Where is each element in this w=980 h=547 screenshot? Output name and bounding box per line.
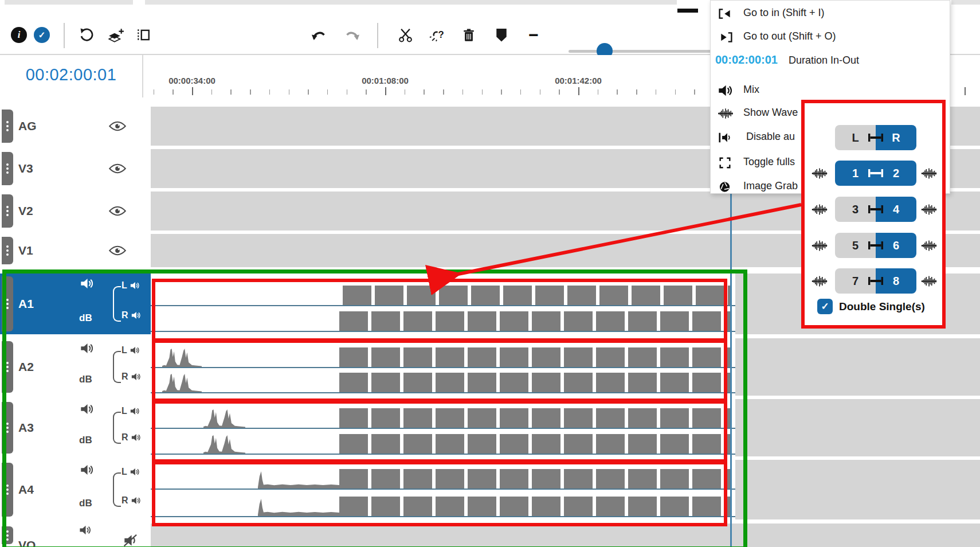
track-label: V1 bbox=[18, 244, 33, 257]
add-layer-icon bbox=[107, 28, 124, 42]
track-drag-handle[interactable] bbox=[2, 152, 13, 185]
track-drag-handle[interactable] bbox=[2, 194, 13, 228]
undo-button[interactable] bbox=[310, 16, 327, 54]
channel-button-right[interactable]: 4 bbox=[876, 197, 916, 222]
track-drag-handle[interactable] bbox=[2, 341, 13, 393]
channel-pair-pill: 1 2 bbox=[835, 161, 916, 186]
gain-db-button[interactable]: dB bbox=[79, 312, 92, 324]
svg-text:?: ? bbox=[438, 29, 444, 40]
waveform-burst-segment bbox=[203, 435, 245, 454]
channel-button-right[interactable]: 6 bbox=[876, 233, 916, 258]
waveform-lane-right bbox=[151, 497, 735, 516]
delete-button[interactable] bbox=[461, 16, 476, 54]
channel-button-right[interactable]: 8 bbox=[876, 268, 916, 294]
right-channel[interactable]: R bbox=[121, 310, 141, 321]
gain-db-button[interactable]: dB bbox=[79, 435, 92, 446]
menu-item-go-to-out[interactable]: Go to out (Shift + O) bbox=[711, 29, 950, 48]
speaker-icon[interactable] bbox=[80, 278, 94, 289]
eye-icon[interactable] bbox=[109, 121, 126, 131]
channel-button-left[interactable]: 3 bbox=[835, 197, 876, 222]
speaker-icon[interactable] bbox=[80, 464, 94, 475]
track-drag-handle[interactable] bbox=[2, 110, 13, 143]
channel-button-left[interactable]: 7 bbox=[835, 268, 876, 294]
track-drag-handle[interactable] bbox=[2, 237, 13, 264]
channel-button-left[interactable]: 5 bbox=[835, 233, 876, 258]
menu-item-mix[interactable]: Mix bbox=[711, 82, 950, 101]
speaker-icon[interactable] bbox=[80, 404, 94, 415]
audio-clip[interactable] bbox=[151, 399, 735, 456]
channel-label: R bbox=[121, 495, 128, 506]
menu-item-label: Go to in (Shift + I) bbox=[743, 7, 825, 19]
gain-db-button[interactable]: dB bbox=[79, 374, 92, 385]
add-layer-button[interactable] bbox=[107, 16, 125, 54]
eye-icon[interactable] bbox=[109, 163, 126, 174]
waveform-dense-segment bbox=[339, 311, 732, 331]
audio-clip[interactable] bbox=[151, 460, 735, 519]
left-channel[interactable]: L bbox=[121, 467, 140, 477]
channel-bracket bbox=[113, 412, 121, 444]
speaker-muted-icon[interactable] bbox=[124, 534, 139, 546]
channel-button-right[interactable]: 2 bbox=[876, 161, 916, 186]
confirm-button[interactable]: ✓ bbox=[33, 16, 50, 54]
marker-button[interactable] bbox=[494, 16, 509, 54]
minimize-icon[interactable] bbox=[677, 9, 698, 13]
waveform-lane-left bbox=[151, 286, 735, 305]
left-channel[interactable]: L bbox=[121, 406, 140, 416]
ruler-tick bbox=[694, 89, 695, 95]
ruler-tick bbox=[230, 89, 232, 95]
right-channel[interactable]: R bbox=[121, 432, 141, 443]
channel-button-left[interactable]: 1 bbox=[835, 161, 876, 186]
right-channel[interactable]: R bbox=[121, 372, 141, 382]
trim-button[interactable] bbox=[135, 16, 151, 54]
waveform-dense-segment bbox=[339, 373, 732, 392]
left-channel[interactable]: L bbox=[121, 345, 140, 355]
timecode-display: 00:02:00:01 bbox=[0, 65, 142, 84]
speaker-icon bbox=[718, 84, 733, 97]
timeline-area[interactable] bbox=[151, 523, 980, 547]
track-label: V2 bbox=[18, 204, 33, 218]
ruler-tick bbox=[347, 89, 348, 95]
eye-icon[interactable] bbox=[109, 206, 126, 216]
ruler-tick bbox=[211, 89, 213, 95]
gain-db-button[interactable]: dB bbox=[79, 498, 92, 509]
ruler-tick bbox=[462, 89, 464, 95]
channel-button-left[interactable]: L bbox=[835, 125, 876, 150]
trim-icon bbox=[136, 29, 151, 41]
right-channel[interactable]: R bbox=[121, 495, 141, 506]
ruler-tick bbox=[385, 87, 386, 95]
redo-button[interactable] bbox=[343, 16, 360, 54]
audio-channel-routing-panel: L R 1 2 3 4 bbox=[801, 100, 946, 329]
double-singles-checkbox[interactable]: ✓ bbox=[817, 299, 833, 314]
track-drag-handle[interactable] bbox=[2, 402, 13, 454]
waveform-icon bbox=[921, 168, 937, 179]
waveform-burst-segment bbox=[203, 409, 245, 428]
left-channel[interactable]: L bbox=[121, 280, 140, 291]
disable-audio-icon bbox=[718, 131, 733, 144]
reset-button[interactable] bbox=[78, 16, 95, 54]
cut-button[interactable] bbox=[397, 16, 414, 54]
speaker-icon[interactable] bbox=[79, 525, 92, 535]
channel-button-right[interactable]: R bbox=[876, 125, 916, 150]
audio-clip[interactable] bbox=[151, 338, 735, 396]
speaker-icon[interactable] bbox=[80, 343, 94, 354]
channel-pair-pill: 5 6 bbox=[835, 233, 916, 258]
audio-clip[interactable] bbox=[151, 274, 735, 334]
track-header: A3 dB L R bbox=[0, 399, 151, 456]
eye-icon[interactable] bbox=[109, 245, 126, 256]
track-label: V3 bbox=[18, 162, 33, 175]
menu-duration-row: 00:02:00:01 Duration In-Out bbox=[711, 53, 950, 71]
speaker-icon bbox=[131, 497, 141, 505]
track-drag-handle[interactable] bbox=[2, 276, 13, 331]
track-label: A4 bbox=[18, 483, 34, 497]
ruler-label: 00:01:42:00 bbox=[555, 76, 602, 85]
speaker-icon bbox=[130, 346, 140, 354]
unlink-question-icon: ? bbox=[429, 29, 445, 42]
unlink-button[interactable]: ? bbox=[428, 16, 446, 54]
track-drag-handle[interactable] bbox=[2, 463, 13, 517]
zoom-out-button[interactable]: − bbox=[525, 16, 542, 54]
fullscreen-icon bbox=[719, 157, 731, 169]
info-button[interactable]: i bbox=[10, 16, 28, 54]
timecode-cell: 00:02:00:01 bbox=[0, 55, 142, 97]
menu-item-go-to-in[interactable]: Go to in (Shift + I) bbox=[711, 5, 950, 25]
track-drag-handle[interactable] bbox=[2, 526, 13, 544]
